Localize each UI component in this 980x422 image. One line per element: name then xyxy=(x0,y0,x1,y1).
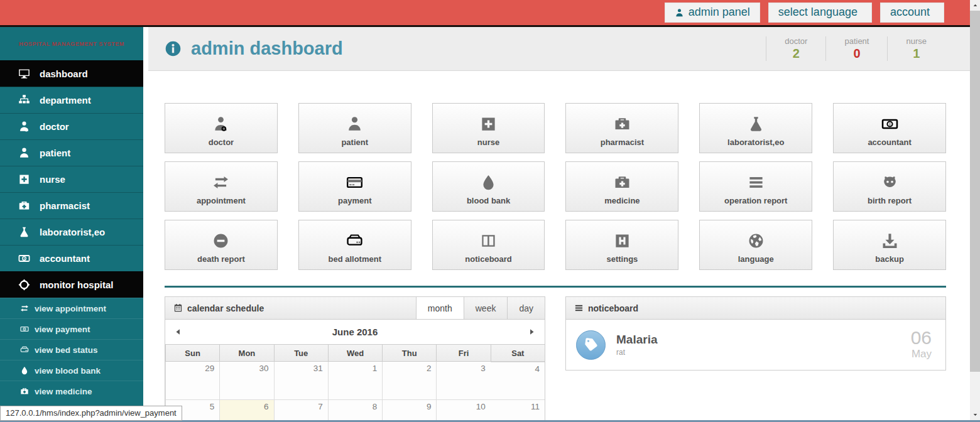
notice-subtitle: rat xyxy=(616,348,911,357)
shortcut-tiles: doctor patient nurse pharmacist laborato… xyxy=(165,103,946,270)
sidebar-item-pharmacist[interactable]: pharmacist xyxy=(0,192,143,219)
view-tab-week[interactable]: week xyxy=(464,297,508,319)
section-divider xyxy=(165,286,946,288)
tile-birth-report[interactable]: birth report xyxy=(833,161,946,212)
tile-language[interactable]: language xyxy=(699,220,812,270)
sidebar-item-dashboard[interactable]: dashboard xyxy=(0,60,143,87)
bars-icon xyxy=(574,303,584,313)
sidebar-item-nurse[interactable]: nurse xyxy=(0,166,143,192)
calendar-title: calendar schedule xyxy=(187,303,264,313)
calendar-panel: calendar schedule month week day xyxy=(165,296,545,422)
calendar-cell-2[interactable]: 2 xyxy=(382,362,436,399)
calendar-cell-11[interactable]: 11 xyxy=(491,399,545,422)
tile-label: pharmacist xyxy=(601,138,644,147)
vertical-scrollbar[interactable] xyxy=(970,0,980,420)
calendar-view-tabs: month week day xyxy=(416,297,545,319)
tile-label: bed allotment xyxy=(328,254,381,264)
sidebar-item-view-bed-status[interactable]: view bed status xyxy=(0,339,143,360)
sidebar-item-label: view payment xyxy=(35,325,90,334)
topbar-buttons: admin panel select language account xyxy=(665,3,944,23)
calendar-cell-31[interactable]: 31 xyxy=(274,362,328,399)
flask-icon xyxy=(16,226,31,238)
topbar-button-admin-panel[interactable]: admin panel xyxy=(665,3,760,23)
calendar-cell-7[interactable]: 7 xyxy=(274,399,328,422)
money-icon xyxy=(19,325,30,333)
tile-label: appointment xyxy=(197,196,246,205)
calendar-icon xyxy=(173,303,183,313)
tile-appointment[interactable]: appointment xyxy=(165,161,278,212)
topbar-button-account[interactable]: account xyxy=(880,3,944,23)
day-number: 11 xyxy=(531,402,540,411)
tile-settings[interactable]: settings xyxy=(565,220,678,270)
scroll-down-button[interactable] xyxy=(970,409,980,420)
tile-blood-bank[interactable]: blood bank xyxy=(432,161,545,212)
calendar-cell-8[interactable]: 8 xyxy=(328,399,382,422)
tile-backup[interactable]: backup xyxy=(833,220,946,270)
view-tab-month[interactable]: month xyxy=(416,297,464,319)
tile-nurse[interactable]: nurse xyxy=(432,103,545,153)
tile-noticeboard[interactable]: noticeboard xyxy=(432,220,545,270)
sidebar-item-label: view bed status xyxy=(35,345,98,355)
droplet-icon xyxy=(19,366,30,375)
sidebar-item-view-appointment[interactable]: view appointment xyxy=(0,298,143,318)
tile-payment[interactable]: payment xyxy=(298,161,411,212)
view-tab-day[interactable]: day xyxy=(507,297,545,319)
tile-accountant[interactable]: accountant xyxy=(833,103,946,153)
scrollbar-thumb[interactable] xyxy=(970,11,980,372)
topbar-button-select-language[interactable]: select language xyxy=(768,3,872,23)
topbar: admin panel select language account xyxy=(0,0,980,27)
scroll-up-button[interactable] xyxy=(970,0,980,11)
stat-value: 0 xyxy=(844,46,869,61)
tile-death-report[interactable]: death report xyxy=(165,220,278,270)
dow-sun: Sun xyxy=(165,345,219,361)
calendar-cell-29[interactable]: 29 xyxy=(165,362,219,399)
tile-doctor[interactable]: doctor xyxy=(165,103,278,153)
calendar-cell-6[interactable]: 6 xyxy=(219,399,273,422)
sidebar-item-accountant[interactable]: accountant xyxy=(0,245,143,271)
dow-wed: Wed xyxy=(328,345,382,361)
tile-bed-allotment[interactable]: bed allotment xyxy=(298,220,411,270)
day-number: 29 xyxy=(205,364,214,373)
octocat-icon xyxy=(881,174,898,191)
medkit-icon xyxy=(614,174,631,191)
bars-icon xyxy=(748,174,765,191)
tile-operation-report[interactable]: operation report xyxy=(699,161,812,212)
sidebar-item-view-medicine[interactable]: view medicine xyxy=(0,381,143,401)
sidebar-item-department[interactable]: department xyxy=(0,87,143,113)
view-tab-label: day xyxy=(519,303,533,313)
tile-label: laboratorist,eo xyxy=(727,138,784,147)
sidebar-item-monitor-hospital[interactable]: monitor hospital xyxy=(0,271,143,298)
hdd-icon xyxy=(19,345,30,354)
columns-icon xyxy=(480,232,497,249)
user-icon xyxy=(346,116,363,133)
calendar-cell-3[interactable]: 3 xyxy=(436,362,490,399)
notice-item-malaria[interactable]: Malaria rat 06 May xyxy=(576,328,935,361)
stat-nurse: nurse 1 xyxy=(887,36,945,61)
sidebar-item-view-blood-bank[interactable]: view blood bank xyxy=(0,360,143,381)
tile-pharmacist[interactable]: pharmacist xyxy=(565,103,678,153)
notice-month: May xyxy=(911,347,932,361)
sidebar-item-laboratorist-eo[interactable]: laboratorist,eo xyxy=(0,219,143,245)
calendar-cell-9[interactable]: 9 xyxy=(382,399,436,422)
tile-label: backup xyxy=(875,254,904,264)
doctor-icon xyxy=(212,116,229,133)
sidebar-item-doctor[interactable]: doctor xyxy=(0,113,143,139)
calendar-month-label: June 2016 xyxy=(165,327,545,337)
doctor-icon xyxy=(16,121,31,133)
calendar-cell-4[interactable]: 4 xyxy=(491,362,545,399)
arrows-circle-icon xyxy=(16,279,31,291)
day-number: 3 xyxy=(481,364,486,373)
sidebar-item-view-payment[interactable]: view payment xyxy=(0,318,143,339)
calendar-cell-1[interactable]: 1 xyxy=(328,362,382,399)
calendar-grid: 29 30 31 1 2 3 4 xyxy=(165,362,545,422)
calendar-cell-30[interactable]: 30 xyxy=(219,362,273,399)
dow-fri: Fri xyxy=(436,345,490,361)
tile-medicine[interactable]: medicine xyxy=(565,161,678,212)
tile-laboratorist-eo[interactable]: laboratorist,eo xyxy=(699,103,812,153)
tile-label: blood bank xyxy=(467,196,510,205)
tile-label: death report xyxy=(197,254,245,264)
info-icon xyxy=(165,40,182,57)
tile-patient[interactable]: patient xyxy=(298,103,411,153)
calendar-cell-10[interactable]: 10 xyxy=(436,399,490,422)
sidebar-item-patient[interactable]: patient xyxy=(0,139,143,166)
